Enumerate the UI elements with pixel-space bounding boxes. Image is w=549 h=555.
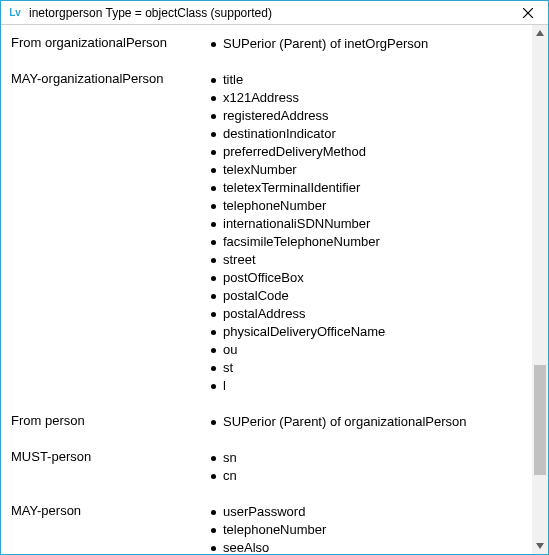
section-values: SUPerior (Parent) of inetOrgPerson: [211, 35, 524, 71]
section-values: SUPerior (Parent) of organizationalPerso…: [211, 413, 524, 449]
list-item: postOfficeBox: [211, 269, 524, 287]
list-item: title: [211, 71, 524, 89]
list-item: teletexTerminalIdentifier: [211, 179, 524, 197]
value-list: sn cn: [211, 449, 524, 485]
close-button[interactable]: [514, 3, 542, 23]
svg-marker-3: [536, 543, 544, 549]
section-label: MAY-organizationalPerson: [11, 71, 211, 413]
list-item: preferredDeliveryMethod: [211, 143, 524, 161]
app-icon: Lv: [7, 5, 23, 21]
chevron-down-icon: [536, 542, 544, 550]
list-item: postalAddress: [211, 305, 524, 323]
list-item: cn: [211, 467, 524, 485]
section-row: MAY-organizationalPerson title x121Addre…: [11, 71, 524, 413]
value-list: title x121Address registeredAddress dest…: [211, 71, 524, 395]
main-window: Lv inetorgperson Type = objectClass (sup…: [0, 0, 549, 555]
list-item: x121Address: [211, 89, 524, 107]
scroll-thumb[interactable]: [534, 365, 546, 475]
list-item: telephoneNumber: [211, 521, 524, 539]
list-item: sn: [211, 449, 524, 467]
section-row: From organizationalPerson SUPerior (Pare…: [11, 35, 524, 71]
section-values: title x121Address registeredAddress dest…: [211, 71, 524, 413]
section-label: MAY-person: [11, 503, 211, 554]
section-values: sn cn: [211, 449, 524, 503]
svg-marker-2: [536, 30, 544, 36]
chevron-up-icon: [536, 29, 544, 37]
scroll-up-button[interactable]: [532, 25, 548, 41]
value-list: userPassword telephoneNumber seeAlso des…: [211, 503, 524, 554]
value-list: SUPerior (Parent) of organizationalPerso…: [211, 413, 524, 431]
schema-table: From organizationalPerson SUPerior (Pare…: [11, 35, 524, 554]
section-label: MUST-person: [11, 449, 211, 503]
list-item: ou: [211, 341, 524, 359]
section-label: From organizationalPerson: [11, 35, 211, 71]
section-row: MUST-person sn cn: [11, 449, 524, 503]
list-item: telephoneNumber: [211, 197, 524, 215]
list-item: st: [211, 359, 524, 377]
list-item: physicalDeliveryOfficeName: [211, 323, 524, 341]
close-icon: [523, 8, 533, 18]
list-item: street: [211, 251, 524, 269]
content-area: From organizationalPerson SUPerior (Pare…: [1, 25, 532, 554]
list-item: postalCode: [211, 287, 524, 305]
list-item: internationaliSDNNumber: [211, 215, 524, 233]
section-row: From person SUPerior (Parent) of organiz…: [11, 413, 524, 449]
list-item: userPassword: [211, 503, 524, 521]
content-wrapper: From organizationalPerson SUPerior (Pare…: [1, 25, 548, 554]
list-item: telexNumber: [211, 161, 524, 179]
list-item: registeredAddress: [211, 107, 524, 125]
vertical-scrollbar[interactable]: [532, 25, 548, 554]
titlebar: Lv inetorgperson Type = objectClass (sup…: [1, 1, 548, 25]
list-item: SUPerior (Parent) of inetOrgPerson: [211, 35, 524, 53]
list-item: seeAlso: [211, 539, 524, 554]
scroll-down-button[interactable]: [532, 538, 548, 554]
list-item: SUPerior (Parent) of organizationalPerso…: [211, 413, 524, 431]
list-item: l: [211, 377, 524, 395]
section-row: MAY-person userPassword telephoneNumber …: [11, 503, 524, 554]
section-label: From person: [11, 413, 211, 449]
section-values: userPassword telephoneNumber seeAlso des…: [211, 503, 524, 554]
window-title: inetorgperson Type = objectClass (suppor…: [29, 6, 514, 20]
value-list: SUPerior (Parent) of inetOrgPerson: [211, 35, 524, 53]
list-item: facsimileTelephoneNumber: [211, 233, 524, 251]
list-item: destinationIndicator: [211, 125, 524, 143]
